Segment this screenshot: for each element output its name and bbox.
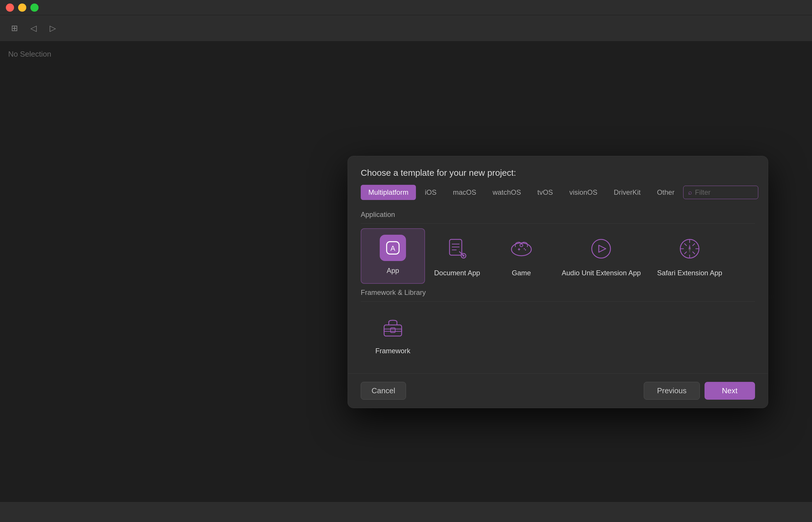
tab-other[interactable]: Other [649,185,682,200]
no-selection-label: No Selection [8,49,51,59]
tab-ios[interactable]: iOS [417,185,444,200]
modal-overlay: Choose a template for your new project: … [304,83,812,481]
svg-marker-28 [689,248,691,254]
template-name-app: App [387,266,399,276]
template-name-framework: Framework [375,346,410,356]
footer-right: Previous Next [644,382,755,400]
template-item-audio-unit-extension-app[interactable]: Audio Unit Extension App [554,228,649,284]
template-item-document-app[interactable]: Document App [425,228,489,284]
framework-templates-grid: Framework [361,306,755,367]
template-item-framework[interactable]: Framework [361,306,425,362]
svg-point-15 [592,239,611,258]
platform-tab-bar: Multiplatform iOS macOS watchOS tvOS vis… [348,185,768,200]
svg-line-24 [693,252,695,254]
svg-rect-29 [384,325,402,336]
audio-unit-icon [587,234,616,263]
filter-input-wrapper[interactable]: ⌕ [683,186,758,199]
template-name-document-app: Document App [434,268,480,278]
safari-extension-icon [675,234,704,263]
svg-rect-30 [384,329,402,332]
minimize-button[interactable] [18,3,26,12]
application-templates-grid: A App [361,228,755,284]
modal-content: Application A App [348,200,768,373]
bottombar [0,502,812,522]
tab-watchos[interactable]: watchOS [485,185,528,200]
template-item-safari-extension-app[interactable]: Safari Extension App [649,228,731,284]
game-icon [507,234,536,263]
nav-forward-icon[interactable]: ▷ [45,21,60,36]
previous-button[interactable]: Previous [644,382,699,400]
app-icon: A [380,235,406,261]
close-button[interactable] [6,3,14,12]
template-item-game[interactable]: Game [489,228,554,284]
filter-search-icon: ⌕ [688,188,692,196]
svg-line-26 [685,252,687,254]
svg-point-14 [525,249,526,250]
template-name-audio-unit-extension-app: Audio Unit Extension App [562,268,641,278]
main-area: No Selection Choose a template for your … [152,41,812,502]
svg-line-23 [685,243,687,246]
tab-driverkit[interactable]: DriverKit [606,185,648,200]
template-name-safari-extension-app: Safari Extension App [657,268,722,278]
svg-line-25 [693,243,695,246]
nav-back-icon[interactable]: ◁ [26,21,41,36]
tab-multiplatform[interactable]: Multiplatform [361,185,416,200]
application-section-header: Application [361,206,755,224]
maximize-button[interactable] [31,3,39,12]
new-project-modal: Choose a template for your new project: … [348,156,768,408]
filter-container: ⌕ [683,186,758,199]
tab-tvos[interactable]: tvOS [530,185,560,200]
svg-text:A: A [391,244,395,252]
svg-marker-16 [599,245,606,252]
cancel-button[interactable]: Cancel [361,382,406,400]
sidebar: No Selection [0,41,152,502]
titlebar [0,0,812,15]
svg-rect-31 [391,328,395,333]
modal-title: Choose a template for your new project: [348,156,768,185]
sidebar-toggle-icon[interactable]: ⊞ [7,21,22,36]
template-name-game: Game [512,268,531,278]
svg-point-13 [524,248,525,249]
next-button[interactable]: Next [705,382,755,400]
tab-visionos[interactable]: visionOS [562,185,605,200]
toolbar: ⊞ ◁ ▷ [0,15,812,41]
modal-footer: Cancel Previous Next [348,374,768,408]
tab-macos[interactable]: macOS [445,185,484,200]
template-item-app[interactable]: A App [361,228,425,284]
framework-icon [378,312,408,341]
framework-section-header: Framework & Library [361,284,755,302]
document-app-icon [442,234,472,263]
filter-input[interactable] [695,188,753,197]
